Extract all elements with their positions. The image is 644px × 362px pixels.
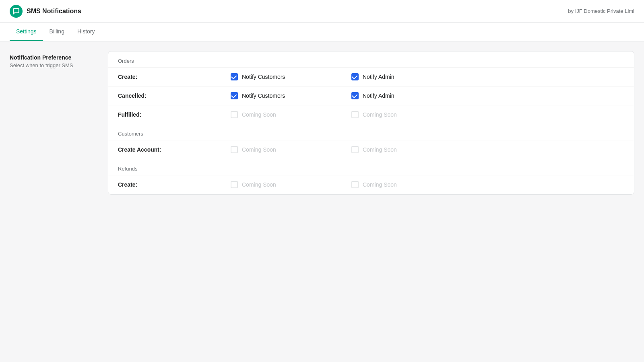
- customers-create-account-notify-customers-group: Coming Soon: [231, 146, 351, 153]
- customers-section-header: Customers: [108, 124, 634, 140]
- orders-cancelled-notify-admin-label: Notify Admin: [363, 93, 394, 99]
- orders-create-notify-admin-checkbox[interactable]: [351, 73, 359, 80]
- orders-cancelled-notify-customers-group: Notify Customers: [231, 92, 351, 99]
- table-row: Fulfilled: Coming Soon Coming Soon: [108, 105, 634, 124]
- refunds-create-notify-admin-checkbox: [351, 181, 359, 188]
- customers-create-account-notify-admin-label: Coming Soon: [363, 146, 397, 153]
- app-icon: [10, 5, 23, 18]
- customers-create-account-label: Create Account:: [118, 146, 231, 153]
- app-title-group: SMS Notifications: [10, 5, 81, 18]
- orders-cancelled-label: Cancelled:: [118, 93, 231, 99]
- refunds-create-notify-customers-label: Coming Soon: [242, 181, 276, 188]
- refunds-section: Refunds Create: Coming Soon Coming Soon: [108, 159, 634, 194]
- table-row: Cancelled: Notify Customers Notify Admin: [108, 86, 634, 105]
- app-title: SMS Notifications: [27, 8, 81, 15]
- customers-create-account-notify-customers-label: Coming Soon: [242, 146, 276, 153]
- orders-section-header: Orders: [108, 51, 634, 67]
- orders-fulfilled-notify-admin-checkbox: [351, 111, 359, 118]
- customers-section: Customers Create Account: Coming Soon Co…: [108, 124, 634, 159]
- table-row: Create: Notify Customers Notify Admin: [108, 67, 634, 86]
- refunds-create-notify-admin-label: Coming Soon: [363, 181, 397, 188]
- customers-create-account-notify-admin-group: Coming Soon: [351, 146, 472, 153]
- orders-create-notify-customers-group: Notify Customers: [231, 73, 351, 80]
- tab-history[interactable]: History: [71, 23, 101, 41]
- sidebar-heading: Notification Preference: [10, 54, 98, 61]
- tab-settings[interactable]: Settings: [10, 23, 43, 41]
- refunds-section-header: Refunds: [108, 159, 634, 175]
- orders-create-label: Create:: [118, 74, 231, 80]
- sidebar-description: Select when to trigger SMS: [10, 62, 98, 68]
- orders-fulfilled-notify-admin-label: Coming Soon: [363, 111, 397, 118]
- orders-create-notify-admin-group: Notify Admin: [351, 73, 472, 80]
- orders-section: Orders Create: Notify Customers Notify A…: [108, 51, 634, 124]
- orders-fulfilled-notify-customers-checkbox: [231, 111, 238, 118]
- orders-create-notify-customers-label: Notify Customers: [242, 74, 285, 80]
- orders-fulfilled-notify-customers-label: Coming Soon: [242, 111, 276, 118]
- nav-tabs: Settings Billing History: [0, 23, 644, 41]
- orders-fulfilled-notify-customers-group: Coming Soon: [231, 111, 351, 118]
- main-card: Orders Create: Notify Customers Notify A…: [108, 51, 634, 195]
- app-subtitle: by IJF Domestic Private Limi: [568, 8, 634, 14]
- orders-cancelled-notify-admin-group: Notify Admin: [351, 92, 472, 99]
- orders-fulfilled-label: Fulfilled:: [118, 111, 231, 118]
- orders-cancelled-notify-customers-label: Notify Customers: [242, 93, 285, 99]
- table-row: Create: Coming Soon Coming Soon: [108, 175, 634, 194]
- orders-create-notify-admin-label: Notify Admin: [363, 74, 394, 80]
- tab-billing[interactable]: Billing: [43, 23, 71, 41]
- orders-create-notify-customers-checkbox[interactable]: [231, 73, 238, 80]
- refunds-create-notify-admin-group: Coming Soon: [351, 181, 472, 188]
- orders-cancelled-notify-customers-checkbox[interactable]: [231, 92, 238, 99]
- page-content: Notification Preference Select when to t…: [0, 41, 644, 204]
- orders-cancelled-notify-admin-checkbox[interactable]: [351, 92, 359, 99]
- orders-fulfilled-notify-admin-group: Coming Soon: [351, 111, 472, 118]
- app-header: SMS Notifications by IJF Domestic Privat…: [0, 0, 644, 23]
- customers-create-account-notify-customers-checkbox: [231, 146, 238, 153]
- table-row: Create Account: Coming Soon Coming Soon: [108, 140, 634, 159]
- sidebar: Notification Preference Select when to t…: [10, 51, 98, 195]
- refunds-create-notify-customers-checkbox: [231, 181, 238, 188]
- customers-create-account-notify-admin-checkbox: [351, 146, 359, 153]
- refunds-create-notify-customers-group: Coming Soon: [231, 181, 351, 188]
- refunds-create-label: Create:: [118, 181, 231, 188]
